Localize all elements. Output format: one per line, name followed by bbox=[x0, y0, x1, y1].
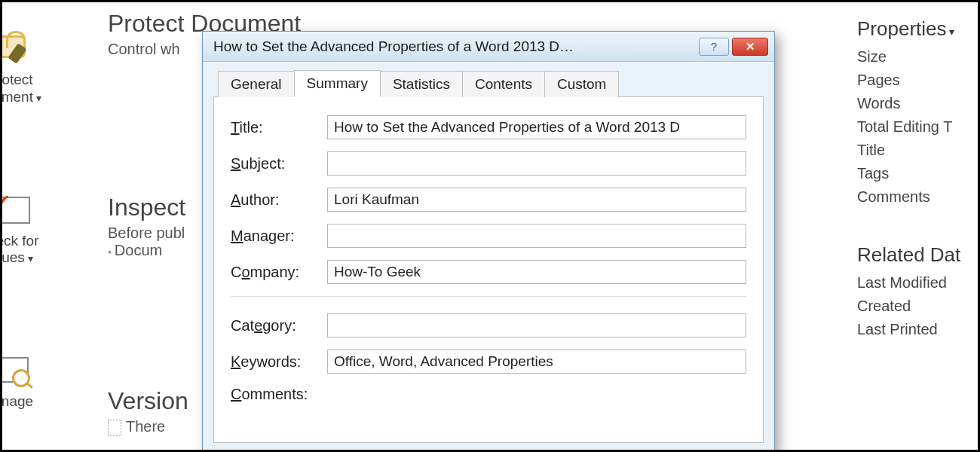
dialog-tabstrip: GeneralSummaryStatisticsContentsCustom bbox=[213, 69, 764, 96]
related-dates-heading: Related Dat bbox=[857, 243, 980, 267]
check-for-issues-button[interactable]: eck forues bbox=[0, 197, 63, 267]
check-button-label: eck forues bbox=[0, 233, 39, 266]
magnifier-icon bbox=[0, 357, 29, 383]
help-icon: ? bbox=[711, 40, 717, 53]
tab-general[interactable]: General bbox=[218, 71, 295, 97]
dialog-titlebar[interactable]: How to Set the Advanced Properties of a … bbox=[203, 32, 774, 62]
dialog-title: How to Set the Advanced Properties of a … bbox=[213, 38, 696, 55]
category-field[interactable] bbox=[327, 313, 746, 337]
close-button[interactable]: ✕ bbox=[732, 38, 768, 56]
property-item: Title bbox=[857, 142, 980, 159]
tab-custom[interactable]: Custom bbox=[544, 71, 619, 97]
manage-versions-button[interactable]: nage bbox=[0, 357, 63, 411]
keywords-label: Keywords: bbox=[231, 353, 327, 371]
manager-field[interactable] bbox=[327, 224, 746, 248]
property-item: Words bbox=[857, 95, 980, 112]
subject-field[interactable] bbox=[327, 151, 746, 176]
category-label: Category: bbox=[231, 317, 327, 334]
property-item: Comments bbox=[857, 188, 980, 206]
related-date-item: Last Printed bbox=[857, 321, 980, 338]
form-divider bbox=[231, 296, 746, 297]
check-icon bbox=[0, 197, 30, 224]
summary-tab-panel: Title: Subject: Author: Manager: Company… bbox=[213, 96, 764, 443]
protect-button-label: otectument bbox=[0, 72, 33, 105]
tab-statistics[interactable]: Statistics bbox=[380, 71, 463, 97]
versions-subtext: There bbox=[126, 418, 165, 435]
protect-document-button[interactable]: otectument bbox=[0, 35, 63, 106]
manager-label: Manager: bbox=[231, 228, 327, 245]
title-field[interactable] bbox=[327, 115, 746, 139]
property-item: Tags bbox=[857, 165, 980, 182]
comments-label: Comments: bbox=[231, 386, 327, 403]
property-item: Pages bbox=[857, 72, 980, 89]
page-icon bbox=[108, 420, 121, 436]
title-label: Title: bbox=[231, 119, 327, 136]
company-label: Company: bbox=[231, 264, 327, 281]
author-field[interactable] bbox=[327, 188, 746, 212]
manage-button-label: nage bbox=[2, 393, 33, 409]
tab-summary[interactable]: Summary bbox=[294, 70, 381, 97]
related-date-item: Last Modified bbox=[857, 274, 980, 292]
tab-contents[interactable]: Contents bbox=[462, 71, 545, 97]
related-date-item: Created bbox=[857, 298, 980, 315]
close-icon: ✕ bbox=[746, 40, 755, 53]
property-item: Size bbox=[857, 48, 980, 66]
properties-heading[interactable]: Properties bbox=[857, 17, 980, 41]
properties-dialog: How to Set the Advanced Properties of a … bbox=[202, 31, 775, 452]
subject-label: Subject: bbox=[231, 155, 327, 173]
property-item: Total Editing T bbox=[857, 118, 980, 136]
author-label: Author: bbox=[231, 191, 327, 209]
company-field[interactable] bbox=[327, 260, 746, 284]
keywords-field[interactable] bbox=[327, 350, 746, 374]
help-button[interactable]: ? bbox=[699, 38, 729, 56]
lock-icon bbox=[0, 35, 26, 58]
